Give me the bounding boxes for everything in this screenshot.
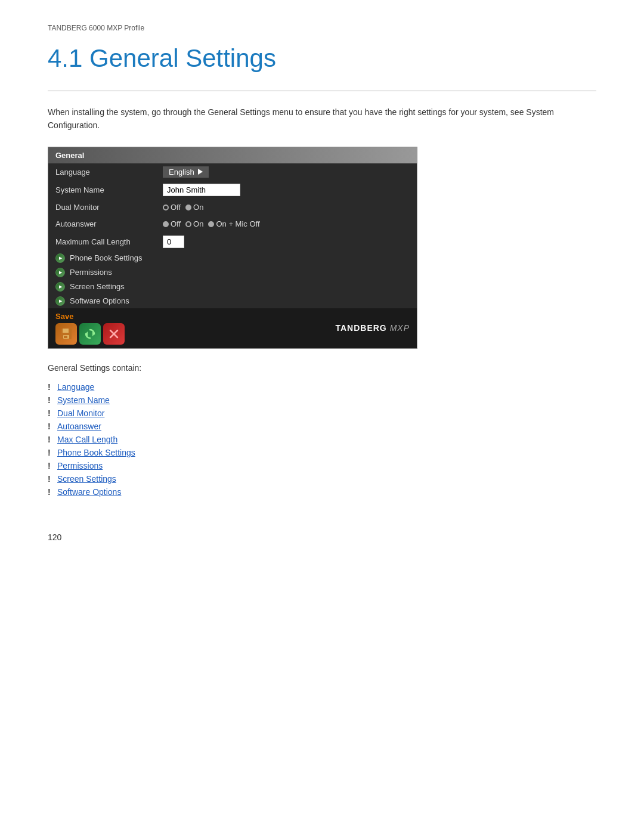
autoanswer-on-label: On (193, 219, 203, 228)
max-call-length-row: Maximum Call Length (48, 233, 417, 251)
system-name-input[interactable] (163, 184, 240, 196)
section-divider (48, 91, 596, 91)
language-link[interactable]: Language (57, 382, 94, 392)
autoanswer-label: Autoanswer (55, 219, 163, 228)
list-item: ! Screen Settings (48, 474, 596, 484)
bullet-icon: ! (48, 395, 54, 405)
page-title: 4.1 General Settings (48, 44, 596, 73)
general-contains-label: General Settings contain: (48, 363, 596, 373)
nav-arrow-icon-3 (55, 282, 65, 292)
autoanswer-value: Off On On + Mic Off (163, 219, 260, 228)
max-call-length-link[interactable]: Max Call Length (57, 435, 117, 444)
refresh-icon-button[interactable] (79, 323, 101, 345)
language-text: English (169, 168, 194, 176)
save-label: Save (55, 312, 125, 321)
language-selector[interactable]: English (163, 166, 209, 178)
system-name-label: System Name (55, 185, 163, 194)
software-options-item[interactable]: Software Options (48, 294, 417, 308)
footer-icon-group (55, 323, 125, 345)
screen-settings-label: Screen Settings (70, 282, 125, 291)
phone-book-settings-label: Phone Book Settings (70, 253, 142, 262)
autoanswer-on-option[interactable]: On (185, 219, 203, 228)
max-call-length-input[interactable] (163, 236, 184, 248)
software-options-label: Software Options (70, 296, 129, 305)
language-row: Language English (48, 163, 417, 181)
autoanswer-on-mic-off-option[interactable]: On + Mic Off (208, 219, 259, 228)
bullet-icon: ! (48, 448, 54, 457)
list-item: ! System Name (48, 395, 596, 405)
dual-monitor-options: Off On (163, 203, 203, 212)
svg-rect-3 (64, 336, 67, 338)
autoanswer-row: Autoanswer Off On On + Mic Off (48, 216, 417, 233)
autoanswer-off-label: Off (171, 219, 181, 228)
system-name-row: System Name (48, 181, 417, 199)
bullet-icon: ! (48, 408, 54, 418)
bullet-icon: ! (48, 382, 54, 392)
radio-unselected-icon (185, 221, 191, 227)
list-item: ! Permissions (48, 461, 596, 470)
permissions-label: Permissions (70, 268, 112, 277)
max-call-length-value (163, 236, 184, 248)
autoanswer-options: Off On On + Mic Off (163, 219, 260, 228)
bullet-icon: ! (48, 422, 54, 431)
ui-screenshot-panel: General Language English System Name Dua… (48, 147, 417, 349)
system-name-value (163, 184, 240, 196)
permissions-item[interactable]: Permissions (48, 265, 417, 280)
bullet-icon: ! (48, 474, 54, 484)
panel-footer: Save (48, 308, 417, 348)
svg-rect-1 (63, 329, 69, 333)
dual-monitor-label: Dual Monitor (55, 203, 163, 212)
autoanswer-link[interactable]: Autoanswer (57, 422, 101, 431)
permissions-link[interactable]: Permissions (57, 461, 103, 470)
page-number: 120 (48, 532, 596, 542)
screen-settings-link[interactable]: Screen Settings (57, 474, 116, 484)
software-options-link[interactable]: Software Options (57, 487, 121, 497)
dual-monitor-off-option[interactable]: Off (163, 203, 181, 212)
dual-monitor-off-label: Off (171, 203, 181, 212)
panel-header: General (48, 147, 417, 163)
radio-off-icon (163, 205, 169, 210)
dual-monitor-row: Dual Monitor Off On (48, 199, 417, 216)
x-icon (107, 327, 120, 340)
dual-monitor-on-option[interactable]: On (185, 203, 203, 212)
radio-selected-icon (163, 221, 169, 227)
triangle-icon (198, 169, 203, 175)
bullet-icon: ! (48, 435, 54, 444)
system-name-link[interactable]: System Name (57, 395, 110, 405)
nav-arrow-icon-4 (55, 296, 65, 306)
dual-monitor-on-label: On (193, 203, 203, 212)
language-label: Language (55, 168, 163, 176)
refresh-icon (83, 327, 97, 340)
list-item: ! Language (48, 382, 596, 392)
dual-monitor-link[interactable]: Dual Monitor (57, 408, 104, 418)
intro-text: When installing the system, go through t… (48, 106, 596, 132)
list-item: ! Software Options (48, 487, 596, 497)
phone-book-settings-item[interactable]: Phone Book Settings (48, 251, 417, 265)
link-list: ! Language ! System Name ! Dual Monitor … (48, 382, 596, 497)
radio-on-icon (185, 205, 191, 210)
list-item: ! Phone Book Settings (48, 448, 596, 457)
autoanswer-off-option[interactable]: Off (163, 219, 181, 228)
floppy-disk-icon (60, 327, 73, 340)
bullet-icon: ! (48, 487, 54, 497)
tandberg-logo: TANDBERG MXP (335, 323, 410, 333)
radio-selected2-icon (208, 221, 214, 227)
screen-settings-item[interactable]: Screen Settings (48, 280, 417, 294)
list-item: ! Autoanswer (48, 422, 596, 431)
max-call-length-label: Maximum Call Length (55, 237, 163, 246)
language-value: English (163, 166, 209, 178)
nav-arrow-icon-1 (55, 253, 65, 263)
list-item: ! Dual Monitor (48, 408, 596, 418)
dual-monitor-value: Off On (163, 203, 203, 212)
list-item: ! Max Call Length (48, 435, 596, 444)
save-icon-button[interactable] (55, 323, 77, 345)
nav-arrow-icon-2 (55, 268, 65, 277)
close-icon-button[interactable] (103, 323, 125, 345)
phone-book-settings-link[interactable]: Phone Book Settings (57, 448, 135, 457)
autoanswer-on-mic-off-label: On + Mic Off (216, 219, 259, 228)
bullet-icon: ! (48, 461, 54, 470)
mxp-text: MXP (390, 323, 410, 333)
breadcrumb: TANDBERG 6000 MXP Profile (48, 24, 596, 32)
